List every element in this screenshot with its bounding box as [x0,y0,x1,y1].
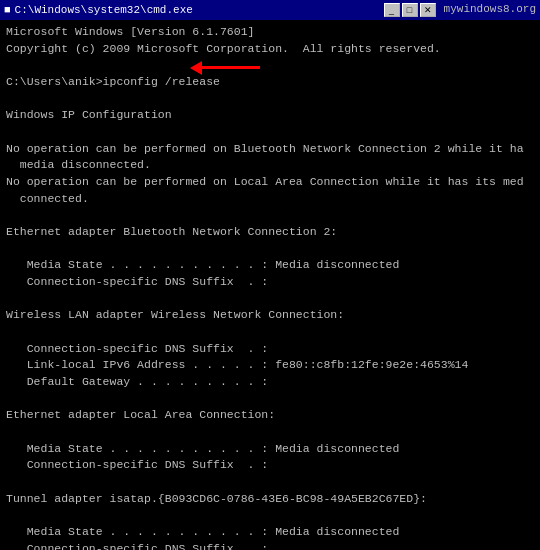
title-bar-controls: _ □ ✕ mywindows8.org [384,3,536,17]
console-line: Microsoft Windows [Version 6.1.7601] [6,24,534,41]
watermark: mywindows8.org [444,3,536,17]
console-line: connected. [6,191,534,208]
console-line [6,124,534,141]
close-button[interactable]: ✕ [420,3,436,17]
console-line: Connection-specific DNS Suffix . : [6,341,534,358]
console-line: Connection-specific DNS Suffix . : [6,274,534,291]
maximize-button[interactable]: □ [402,3,418,17]
console-line: No operation can be performed on Local A… [6,174,534,191]
console-line [6,474,534,491]
console-line [6,507,534,524]
console-line: Default Gateway . . . . . . . . . : [6,374,534,391]
console-line: Windows IP Configuration [6,107,534,124]
console-line: media disconnected. [6,157,534,174]
console-line: Media State . . . . . . . . . . . : Medi… [6,441,534,458]
console-line: C:\Users\anik>ipconfig /release [6,74,534,91]
title-bar-title: C:\Windows\system32\cmd.exe [15,4,193,16]
console-line: Media State . . . . . . . . . . . : Medi… [6,524,534,541]
console-line [6,391,534,408]
console-window: Microsoft Windows [Version 6.1.7601]Copy… [0,20,540,550]
arrow-icon [200,66,260,69]
console-line: Ethernet adapter Local Area Connection: [6,407,534,424]
console-line [6,424,534,441]
console-line: Media State . . . . . . . . . . . : Medi… [6,257,534,274]
console-line [6,207,534,224]
title-bar: ■ C:\Windows\system32\cmd.exe _ □ ✕ mywi… [0,0,540,20]
console-line [6,91,534,108]
arrow-annotation [200,66,260,69]
console-line: Connection-specific DNS Suffix . : [6,457,534,474]
console-line [6,291,534,308]
console-line: Copyright (c) 2009 Microsoft Corporation… [6,41,534,58]
console-line: Wireless LAN adapter Wireless Network Co… [6,307,534,324]
title-bar-left: ■ C:\Windows\system32\cmd.exe [4,4,193,16]
console-line: Ethernet adapter Bluetooth Network Conne… [6,224,534,241]
minimize-button[interactable]: _ [384,3,400,17]
console-line: No operation can be performed on Bluetoo… [6,141,534,158]
console-line [6,57,534,74]
console-line [6,241,534,258]
console-line: Link-local IPv6 Address . . . . . : fe80… [6,357,534,374]
console-line: Tunnel adapter isatap.{B093CD6C-0786-43E… [6,491,534,508]
title-bar-icon: ■ [4,4,11,16]
console-line [6,324,534,341]
console-line: Connection-specific DNS Suffix . : [6,541,534,550]
